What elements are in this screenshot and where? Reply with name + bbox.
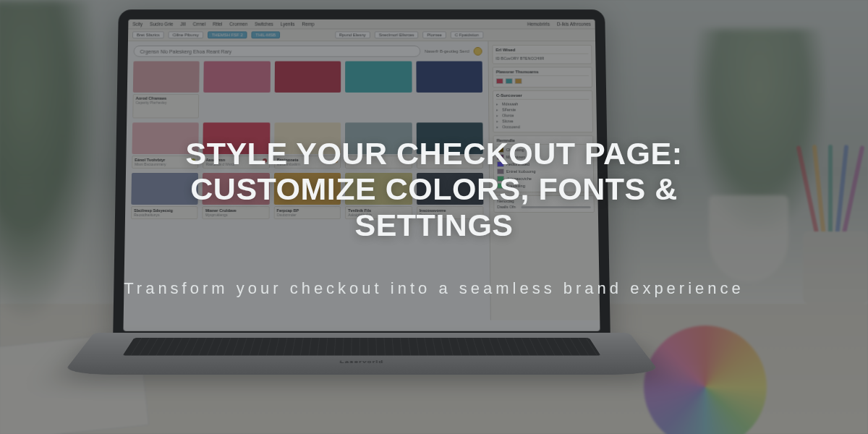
hero-title: STYLE YOUR CHECKOUT PAGE: CUSTOMIZE COLO… [116, 136, 752, 243]
hero-subtitle: Transform your checkout into a seamless … [124, 279, 744, 298]
hero-overlay: STYLE YOUR CHECKOUT PAGE: CUSTOMIZE COLO… [0, 0, 868, 434]
